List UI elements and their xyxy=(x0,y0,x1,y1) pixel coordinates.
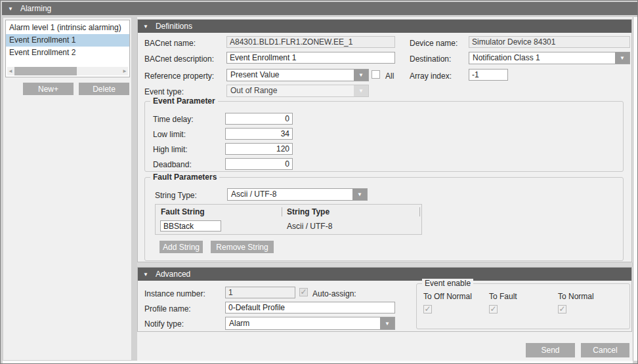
remove-string-button[interactable]: Remove String xyxy=(211,241,274,253)
new-button[interactable]: New+ xyxy=(23,83,74,95)
to-fault-label: To Fault xyxy=(489,292,517,301)
vertical-scrollbar-track[interactable] xyxy=(633,17,637,361)
send-button[interactable]: Send xyxy=(526,343,575,357)
instance-number-field xyxy=(225,287,295,298)
low-limit-label: Low limit: xyxy=(153,130,186,139)
string-type-dropdown[interactable]: Ascii / UTF-8 ▼ xyxy=(227,188,368,201)
string-type-value: Ascii / UTF-8 xyxy=(228,189,352,200)
definitions-title: Definitions xyxy=(156,22,192,31)
dropdown-arrow-icon: ▼ xyxy=(354,85,368,96)
array-index-field[interactable] xyxy=(469,69,508,81)
event-enable-group: Event enable To Off Normal ✓ To Fault ✓ … xyxy=(416,283,630,329)
advanced-title: Advanced xyxy=(156,270,190,279)
reference-property-value: Present Value xyxy=(227,70,354,81)
notify-type-label: Notify type: xyxy=(144,319,184,329)
dropdown-arrow-icon[interactable]: ▼ xyxy=(615,52,629,64)
collapse-icon: ▼ xyxy=(143,272,148,277)
alarm-list-panel: Alarm level 1 (intrinsic alarming) Event… xyxy=(3,17,132,361)
definitions-section: ▼ Definitions BACnet name: Device name: … xyxy=(137,19,632,262)
add-string-button[interactable]: Add String xyxy=(160,241,203,253)
definitions-header[interactable]: ▼ Definitions xyxy=(138,20,631,33)
list-item-event-enrollment-2[interactable]: Event Enrollment 2 xyxy=(6,47,129,59)
instance-number-label: Instance number: xyxy=(144,289,205,298)
string-type-cell: Ascii / UTF-8 xyxy=(287,222,332,231)
bacnet-description-field[interactable] xyxy=(226,52,395,64)
alarm-listbox: Alarm level 1 (intrinsic alarming) Event… xyxy=(5,20,130,77)
list-item-event-enrollment-1[interactable]: Event Enrollment 1 xyxy=(6,34,129,47)
high-limit-label: High limit: xyxy=(153,145,188,154)
fault-string-cell-input[interactable] xyxy=(160,220,221,232)
advanced-section: ▼ Advanced Instance number: ✓ Auto-assig… xyxy=(137,267,632,332)
high-limit-field[interactable] xyxy=(225,143,293,155)
event-type-value: Out of Range xyxy=(227,85,354,96)
alarming-window: ▼ Alarming Alarm level 1 (intrinsic alar… xyxy=(0,0,638,364)
time-delay-label: Time delay: xyxy=(153,115,194,124)
to-off-normal-checkbox[interactable]: ✓ xyxy=(423,305,432,313)
bacnet-description-label: BACnet description: xyxy=(144,54,214,64)
string-type-column-header: String Type xyxy=(287,207,330,216)
auto-assign-checkbox: ✓ xyxy=(299,288,308,296)
fault-parameters-group: Fault Parameters String Type: Ascii / UT… xyxy=(144,177,624,261)
profile-name-field[interactable] xyxy=(225,302,395,313)
dropdown-arrow-icon[interactable]: ▼ xyxy=(380,317,394,329)
array-index-label: Array index: xyxy=(410,71,452,81)
destination-label: Destination: xyxy=(410,54,451,64)
event-enable-title: Event enable xyxy=(422,279,473,288)
deadband-label: Deadband: xyxy=(153,160,192,169)
to-off-normal-label: To Off Normal xyxy=(423,292,472,301)
list-horizontal-scrollbar[interactable]: ◄ ► xyxy=(7,67,128,75)
to-normal-checkbox[interactable]: ✓ xyxy=(558,305,566,313)
collapse-icon: ▼ xyxy=(8,6,13,12)
event-parameter-title: Event Parameter xyxy=(150,96,218,106)
cancel-button[interactable]: Cancel xyxy=(581,343,629,357)
reference-property-label: Reference property: xyxy=(144,71,214,81)
dropdown-arrow-icon[interactable]: ▼ xyxy=(354,70,368,81)
advanced-header[interactable]: ▼ Advanced xyxy=(138,268,631,281)
event-type-dropdown: Out of Range ▼ xyxy=(226,85,369,97)
fault-string-table: Fault String String Type Ascii / UTF-8 xyxy=(155,204,422,235)
notify-type-value: Alarm xyxy=(226,317,380,329)
destination-value: Notification Class 1 xyxy=(469,52,615,64)
auto-assign-label: Auto-assign: xyxy=(312,289,356,298)
notify-type-dropdown[interactable]: Alarm ▼ xyxy=(225,317,395,330)
event-type-label: Event type: xyxy=(144,87,184,96)
column-divider xyxy=(419,207,420,216)
device-name-field xyxy=(469,36,630,48)
to-normal-label: To Normal xyxy=(558,292,594,301)
alarming-titlebar[interactable]: ▼ Alarming xyxy=(2,2,637,15)
scrollbar-thumb[interactable] xyxy=(14,67,77,75)
device-name-label: Device name: xyxy=(410,39,457,48)
column-divider xyxy=(282,207,282,216)
string-type-label: String Type: xyxy=(155,191,197,200)
fault-string-column-header: Fault String xyxy=(161,207,205,216)
collapse-icon: ▼ xyxy=(143,24,148,30)
low-limit-field[interactable] xyxy=(225,128,293,140)
scroll-left-icon[interactable]: ◄ xyxy=(7,67,14,75)
scroll-right-icon[interactable]: ► xyxy=(121,67,128,75)
list-item-alarm-level-1[interactable]: Alarm level 1 (intrinsic alarming) xyxy=(6,22,129,34)
window-title: Alarming xyxy=(20,4,51,13)
dropdown-arrow-icon[interactable]: ▼ xyxy=(352,189,367,200)
event-parameter-group: Event Parameter Time delay: Low limit: H… xyxy=(144,101,624,172)
bacnet-name-field xyxy=(226,36,395,48)
to-fault-checkbox[interactable]: ✓ xyxy=(489,305,498,313)
destination-dropdown[interactable]: Notification Class 1 ▼ xyxy=(469,52,630,64)
deadband-field[interactable] xyxy=(225,158,293,170)
fault-parameters-title: Fault Parameters xyxy=(150,172,219,182)
reference-property-dropdown[interactable]: Present Value ▼ xyxy=(226,69,369,81)
section-gap xyxy=(137,262,633,267)
all-checkbox[interactable] xyxy=(372,70,380,79)
horizontal-scrollbar-track[interactable] xyxy=(3,361,633,363)
bacnet-name-label: BACnet name: xyxy=(144,39,196,48)
delete-button[interactable]: Delete xyxy=(79,83,129,95)
profile-name-label: Profile name: xyxy=(144,304,191,313)
all-label: All xyxy=(385,71,394,81)
time-delay-field[interactable] xyxy=(225,113,293,125)
